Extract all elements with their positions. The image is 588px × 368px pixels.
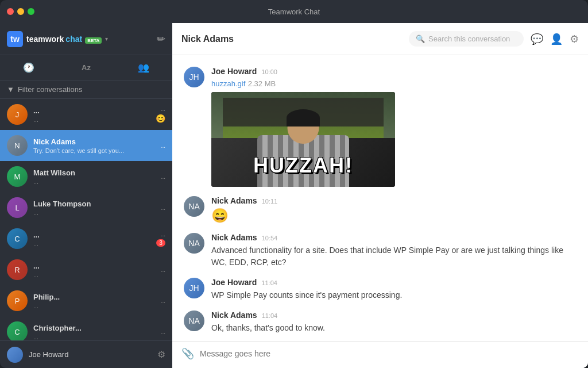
list-item[interactable]: C ... ... ... 3 — [0, 223, 172, 254]
conv-preview: ... — [33, 116, 150, 123]
footer-avatar — [7, 347, 23, 363]
list-item[interactable]: N Nick Adams Try. Don't care, we still g… — [0, 130, 172, 161]
conv-preview: Try. Don't care, we still got you... — [33, 147, 155, 154]
message-time: 10:00 — [261, 68, 277, 75]
conv-time: ... — [161, 143, 165, 149]
profile-icon[interactable]: 👤 — [550, 33, 563, 45]
conv-name: ... — [33, 262, 155, 270]
conv-emoji: 😊 — [156, 114, 165, 123]
conv-time: ... — [161, 329, 165, 335]
filter-button[interactable]: ▼ Filter conversations — [7, 85, 165, 94]
conv-time: ... — [161, 231, 165, 237]
conv-preview: ... — [33, 178, 155, 185]
app-body: tw teamwork chat BETA ▾ ✏ 🕐 Az 👥 — [0, 23, 588, 368]
filter-bar: ▼ Filter conversations — [0, 80, 172, 99]
message-input[interactable] — [200, 349, 579, 358]
maximize-button[interactable] — [28, 8, 34, 15]
conv-name: Nick Adams — [33, 137, 155, 146]
message-time: 11:04 — [261, 279, 277, 286]
chat-area: Nick Adams 🔍 Search this conversation 💬 … — [172, 23, 588, 368]
settings-icon[interactable]: ⚙ — [570, 33, 579, 45]
clock-icon: 🕐 — [23, 62, 34, 73]
conv-name: ... — [33, 106, 150, 115]
avatar: JH — [184, 67, 204, 87]
conv-time: ... — [161, 106, 165, 112]
filter-icon: ▼ — [7, 85, 14, 94]
minimize-button[interactable] — [17, 8, 24, 15]
search-icon: 🔍 — [416, 34, 425, 43]
sidebar-footer: Joe Howard ⚙ — [0, 340, 172, 368]
avatar: C — [7, 228, 28, 249]
attach-icon[interactable]: 📎 — [181, 347, 194, 360]
message-input-area: 📎 — [172, 341, 588, 368]
list-item[interactable]: M Matt Wilson ... ... — [0, 161, 172, 192]
footer-user-name: Joe Howard — [29, 350, 152, 359]
avatar: M — [7, 166, 28, 187]
list-item[interactable]: R ... ... ... — [0, 254, 172, 285]
messages-area: JH Joe Howard 10:00 huzzah.gif 2.32 MB — [172, 55, 588, 341]
search-box[interactable]: 🔍 Search this conversation — [409, 31, 524, 47]
avatar: C — [7, 321, 28, 340]
conversation-list: J ... ... ... 😊 N Nick Adams Try. Don't … — [0, 99, 172, 340]
avatar: JH — [184, 278, 204, 298]
message-group: JH Joe Howard 11:04 WP Simple Pay counts… — [184, 278, 577, 301]
tab-alphabetical[interactable]: Az — [57, 55, 115, 80]
message-group: JH Joe Howard 10:00 huzzah.gif 2.32 MB — [184, 67, 577, 187]
gear-icon[interactable]: ⚙ — [157, 349, 165, 360]
list-item[interactable]: P Philip... ... ... — [0, 285, 172, 316]
title-bar: Teamwork Chat — [0, 0, 588, 23]
message-time: 10:11 — [262, 198, 278, 205]
people-icon: 👥 — [138, 62, 149, 73]
list-item[interactable]: J ... ... ... 😊 — [0, 99, 172, 130]
avatar: N — [7, 135, 28, 156]
conv-time: ... — [161, 267, 165, 273]
conv-preview: ... — [33, 334, 155, 340]
tab-people[interactable]: 👥 — [115, 55, 172, 80]
conv-time: ... — [161, 298, 165, 304]
message-group: NA Nick Adams 11:04 Ok, thanks, that's g… — [184, 310, 577, 334]
window-title: Teamwork Chat — [268, 7, 320, 16]
avatar: NA — [184, 233, 204, 254]
conv-name: Philip... — [33, 293, 155, 301]
tab-recent[interactable]: 🕐 — [0, 55, 57, 80]
message-group: NA Nick Adams 10:54 Advanced functionali… — [184, 233, 577, 269]
gif-link[interactable]: huzzah.gif — [211, 79, 245, 88]
message-sender: Joe Howard — [211, 67, 257, 76]
brand-name: teamwork — [26, 34, 64, 44]
conv-time: ... — [161, 205, 165, 211]
conv-time: ... — [161, 174, 165, 180]
message-sender: Nick Adams — [211, 233, 257, 242]
message-text: WP Simple Pay counts since it's payment … — [211, 289, 577, 301]
message-text: Advanced functionality for a site. Does … — [211, 244, 577, 269]
filter-label: Filter conversations — [18, 85, 83, 94]
conv-preview: ... — [33, 240, 150, 247]
sidebar-header: tw teamwork chat BETA ▾ ✏ — [0, 23, 172, 55]
avatar: NA — [184, 310, 204, 331]
avatar: NA — [184, 196, 204, 217]
close-button[interactable] — [7, 8, 14, 15]
avatar: J — [7, 104, 28, 125]
avatar: L — [7, 197, 28, 218]
compose-icon[interactable]: ✏ — [157, 33, 165, 45]
avatar: R — [7, 259, 28, 280]
message-time: 10:54 — [262, 235, 278, 241]
message-text: Ok, thanks, that's good to know. — [211, 322, 577, 334]
list-item[interactable]: C Christopher... ... ... — [0, 316, 172, 340]
conv-name: Luke Thompson — [33, 200, 155, 208]
brand-text: teamwork chat BETA — [26, 34, 102, 44]
message-sender: Nick Adams — [211, 196, 257, 205]
chat-header: Nick Adams 🔍 Search this conversation 💬 … — [172, 23, 588, 55]
brand-product: chat — [65, 34, 82, 44]
sidebar-tabs: 🕐 Az 👥 — [0, 55, 172, 80]
conv-name: Matt Wilson — [33, 168, 155, 177]
conv-preview: ... — [33, 271, 155, 278]
gif-text: HUZZAH! — [211, 154, 395, 178]
chat-icon[interactable]: 💬 — [531, 33, 543, 45]
conv-preview: ... — [33, 209, 155, 216]
search-placeholder: Search this conversation — [428, 34, 510, 43]
list-item[interactable]: L Luke Thompson ... ... — [0, 192, 172, 223]
sidebar: tw teamwork chat BETA ▾ ✏ 🕐 Az 👥 — [0, 23, 172, 368]
message-sender: Nick Adams — [211, 310, 257, 320]
unread-badge: 3 — [156, 239, 165, 247]
chevron-down-icon[interactable]: ▾ — [105, 36, 108, 42]
